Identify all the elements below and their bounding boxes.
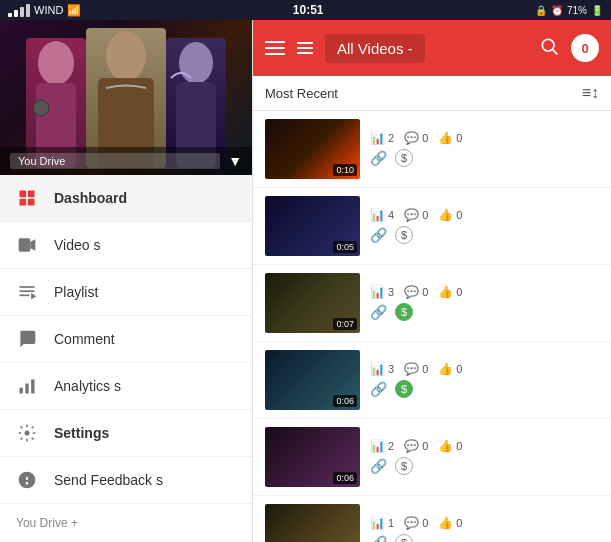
- video-meta-0: 📊 2 💬 0 👍 0 🔗 $: [370, 131, 599, 167]
- channel-name: You Drive: [10, 153, 220, 169]
- video-meta-5: 📊 1 💬 0 👍 0 🔗 $: [370, 516, 599, 542]
- views-stat-5: 📊 1: [370, 516, 394, 530]
- svg-rect-15: [20, 295, 30, 297]
- video-meta-1: 📊 4 💬 0 👍 0 🔗 $: [370, 208, 599, 244]
- wifi-icon: 📶: [67, 4, 81, 17]
- views-count-1: 4: [388, 209, 394, 221]
- thumbnail-4[interactable]: 0:06: [265, 427, 360, 487]
- menu-button[interactable]: [265, 41, 285, 55]
- monetize-icon-3[interactable]: $: [395, 380, 413, 398]
- video-action-icons-3: 🔗 $: [370, 380, 599, 398]
- link-icon-4[interactable]: 🔗: [370, 458, 387, 474]
- likes-stat-1: 👍 0: [438, 208, 462, 222]
- thumbnail-2[interactable]: 0:07: [265, 273, 360, 333]
- title-dropdown[interactable]: All Videos -: [325, 34, 425, 63]
- sort-icon[interactable]: ≡↕: [582, 84, 599, 102]
- link-icon-3[interactable]: 🔗: [370, 381, 387, 397]
- svg-marker-12: [30, 239, 35, 251]
- video-meta-3: 📊 3 💬 0 👍 0 🔗 $: [370, 362, 599, 398]
- link-icon-5[interactable]: 🔗: [370, 535, 387, 542]
- video-label: Video s: [54, 237, 236, 253]
- views-count-3: 3: [388, 363, 394, 375]
- search-button[interactable]: [539, 36, 559, 61]
- link-icon-2[interactable]: 🔗: [370, 304, 387, 320]
- video-action-icons-2: 🔗 $: [370, 303, 599, 321]
- carrier-label: WIND: [34, 4, 63, 16]
- likes-count-2: 0: [456, 286, 462, 298]
- comments-count-4: 0: [422, 440, 428, 452]
- monetize-icon-4[interactable]: $: [395, 457, 413, 475]
- duration-3: 0:06: [333, 395, 357, 407]
- sidebar-item-settings[interactable]: Settings: [0, 410, 252, 457]
- comments-stat-1: 💬 0: [404, 208, 428, 222]
- alarm-icon: ⏰: [551, 5, 563, 16]
- channel-dropdown[interactable]: ▼: [228, 153, 242, 169]
- comments-stat-0: 💬 0: [404, 131, 428, 145]
- monetize-icon-2[interactable]: $: [395, 303, 413, 321]
- sidebar: You Drive ▼ Dashboard: [0, 20, 253, 542]
- likes-icon-0: 👍: [438, 131, 453, 145]
- sort-bar: Most Recent ≡↕: [253, 76, 611, 111]
- battery-icon: 🔋: [591, 5, 603, 16]
- svg-line-25: [553, 49, 558, 54]
- video-item-4: 0:06 📊 2 💬 0 👍 0 🔗 $: [253, 419, 611, 496]
- comments-icon-3: 💬: [404, 362, 419, 376]
- svg-rect-8: [28, 191, 35, 198]
- video-item-1: 0:05 📊 4 💬 0 👍 0 🔗 $: [253, 188, 611, 265]
- feedback-icon: [16, 469, 38, 491]
- monetize-icon-5[interactable]: $: [395, 534, 413, 542]
- link-icon-1[interactable]: 🔗: [370, 227, 387, 243]
- sidebar-item-feedback[interactable]: Send Feedback s: [0, 457, 252, 504]
- link-icon-0[interactable]: 🔗: [370, 150, 387, 166]
- footer-label: You Drive +: [16, 516, 78, 530]
- likes-stat-4: 👍 0: [438, 439, 462, 453]
- sidebar-item-dashboard[interactable]: Dashboard: [0, 175, 252, 222]
- monetize-icon-0[interactable]: $: [395, 149, 413, 167]
- views-icon-1: 📊: [370, 208, 385, 222]
- status-right: 🔒 ⏰ 71% 🔋: [535, 5, 603, 16]
- video-list: 0:10 📊 2 💬 0 👍 0 🔗 $: [253, 111, 611, 542]
- video-action-icons-0: 🔗 $: [370, 149, 599, 167]
- sidebar-item-playlist[interactable]: Playlist: [0, 269, 252, 316]
- video-stats-0: 📊 2 💬 0 👍 0: [370, 131, 599, 145]
- list-button[interactable]: [297, 42, 313, 54]
- thumbnail-5[interactable]: 0:06: [265, 504, 360, 542]
- thumbnail-1[interactable]: 0:05: [265, 196, 360, 256]
- likes-count-3: 0: [456, 363, 462, 375]
- thumbnail-0[interactable]: 0:10: [265, 119, 360, 179]
- comment-label: Comment: [54, 331, 236, 347]
- playlist-icon: [16, 281, 38, 303]
- likes-icon-3: 👍: [438, 362, 453, 376]
- comments-stat-4: 💬 0: [404, 439, 428, 453]
- battery-level: 71%: [567, 5, 587, 16]
- comments-count-5: 0: [422, 517, 428, 529]
- notification-button[interactable]: 0: [571, 34, 599, 62]
- views-icon-2: 📊: [370, 285, 385, 299]
- views-stat-2: 📊 3: [370, 285, 394, 299]
- sidebar-item-comment[interactable]: Comment: [0, 316, 252, 363]
- views-icon-3: 📊: [370, 362, 385, 376]
- comments-icon-2: 💬: [404, 285, 419, 299]
- video-item-2: 0:07 📊 3 💬 0 👍 0 🔗 $: [253, 265, 611, 342]
- sidebar-item-analytics[interactable]: Analytics s: [0, 363, 252, 410]
- monetize-icon-1[interactable]: $: [395, 226, 413, 244]
- feedback-label: Send Feedback s: [54, 472, 236, 488]
- views-stat-0: 📊 2: [370, 131, 394, 145]
- likes-icon-4: 👍: [438, 439, 453, 453]
- thumbnail-3[interactable]: 0:06: [265, 350, 360, 410]
- svg-rect-11: [19, 238, 31, 251]
- analytics-label: Analytics s: [54, 378, 236, 394]
- likes-stat-2: 👍 0: [438, 285, 462, 299]
- views-stat-4: 📊 2: [370, 439, 394, 453]
- toolbar-title-text: All Videos -: [337, 40, 413, 57]
- main-area: You Drive ▼ Dashboard: [0, 20, 611, 542]
- svg-rect-10: [28, 199, 35, 206]
- svg-point-5: [179, 42, 213, 84]
- comments-icon-0: 💬: [404, 131, 419, 145]
- comments-stat-5: 💬 0: [404, 516, 428, 530]
- svg-rect-18: [25, 384, 28, 394]
- sidebar-item-video[interactable]: Video s: [0, 222, 252, 269]
- duration-0: 0:10: [333, 164, 357, 176]
- comments-stat-2: 💬 0: [404, 285, 428, 299]
- video-stats-5: 📊 1 💬 0 👍 0: [370, 516, 599, 530]
